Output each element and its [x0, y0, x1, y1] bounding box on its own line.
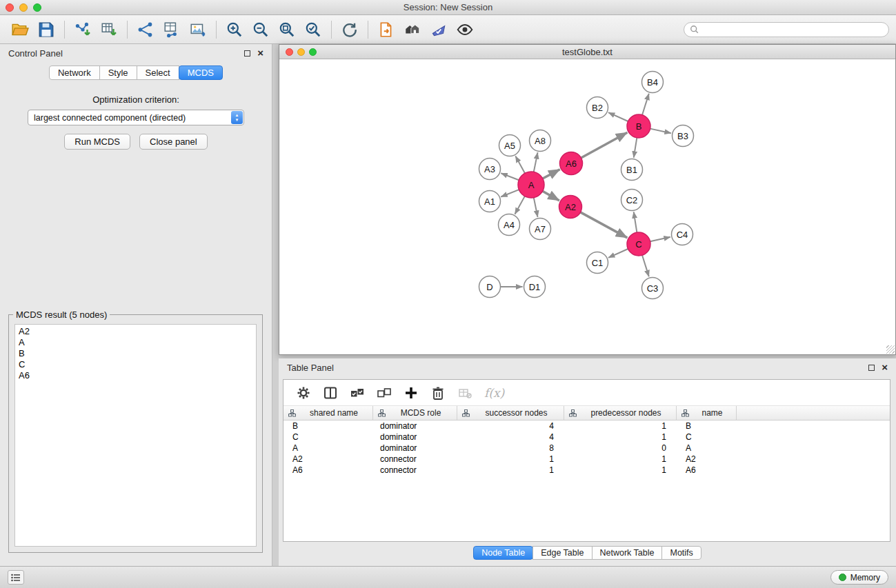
column-header-name[interactable]: name [677, 406, 737, 420]
mcds-result-item[interactable]: C [15, 359, 256, 370]
apply-style-button[interactable] [426, 18, 452, 41]
open-document-button[interactable] [373, 18, 399, 41]
cell-predecessor-nodes[interactable]: 0 [564, 443, 677, 454]
column-header-successor-nodes[interactable]: successor nodes [457, 406, 564, 420]
cell-predecessor-nodes[interactable]: 1 [564, 454, 677, 465]
refresh-view-button[interactable] [337, 18, 363, 41]
cell-successor-nodes[interactable]: 4 [457, 432, 564, 443]
cell-name[interactable]: A6 [677, 465, 737, 476]
network-canvas[interactable]: AA1A2A3A4A5A6A7A8BB1B2B3B4CC1C2C3C4DD1 [279, 59, 895, 354]
deselect-all-icon[interactable] [377, 385, 392, 401]
window-resize-grip[interactable] [886, 345, 895, 354]
cell-mcds-role[interactable]: dominator [373, 443, 457, 454]
cell-shared-name[interactable]: A2 [283, 454, 373, 465]
tab-node-table[interactable]: Node Table [473, 546, 533, 560]
open-session-button[interactable] [7, 18, 33, 41]
table-row[interactable]: A dominator 8 0 A [283, 443, 890, 454]
graph-edge-A-A6[interactable] [543, 170, 560, 179]
cell-successor-nodes[interactable]: 1 [457, 465, 564, 476]
network-from-table-button[interactable] [159, 18, 185, 41]
mcds-result-item[interactable]: A6 [15, 370, 256, 381]
optimization-criterion-select[interactable]: largest connected component (directed) ▲… [28, 110, 244, 125]
cell-successor-nodes[interactable]: 8 [457, 443, 564, 454]
column-header-shared-name[interactable]: shared name [283, 406, 373, 420]
first-neighbors-button[interactable] [399, 18, 426, 41]
import-network-button[interactable] [70, 18, 96, 41]
delete-trash-icon[interactable] [430, 385, 446, 401]
cell-successor-nodes[interactable]: 1 [457, 454, 564, 465]
zoom-out-button[interactable] [248, 18, 274, 41]
cell-shared-name[interactable]: B [283, 420, 373, 432]
float-table-panel-icon[interactable] [868, 365, 875, 371]
select-all-icon[interactable] [350, 385, 365, 401]
import-table-button[interactable] [96, 18, 122, 41]
table-settings-gear-icon[interactable] [296, 385, 311, 401]
cell-mcds-role[interactable]: connector [373, 465, 457, 476]
graph-edge-B-B4[interactable] [642, 94, 649, 115]
cell-predecessor-nodes[interactable]: 1 [564, 465, 677, 476]
table-row[interactable]: C dominator 4 1 C [283, 432, 890, 443]
clone-network-button[interactable] [132, 18, 159, 41]
table-row[interactable]: A2 connector 1 1 A2 [283, 454, 890, 465]
tab-edge-table[interactable]: Edge Table [532, 546, 592, 560]
graph-edge-A6-B[interactable] [581, 132, 627, 158]
mcds-result-item[interactable]: A2 [15, 326, 256, 337]
zoom-selected-button[interactable] [300, 18, 326, 41]
table-row[interactable]: B dominator 4 1 B [283, 420, 890, 432]
graph-edge-B-B3[interactable] [650, 129, 671, 134]
network-window-titlebar[interactable]: testGlobe.txt [279, 45, 895, 59]
show-panel-list-button[interactable] [8, 570, 24, 585]
export-image-button[interactable] [185, 18, 211, 41]
cell-predecessor-nodes[interactable]: 1 [564, 420, 677, 432]
close-table-panel-icon[interactable]: × [882, 364, 888, 371]
graph-edge-B-B1[interactable] [634, 138, 637, 158]
cell-mcds-role[interactable]: dominator [373, 420, 457, 432]
graph-edge-C-C2[interactable] [634, 212, 637, 232]
tab-network-table[interactable]: Network Table [592, 546, 663, 560]
cell-mcds-role[interactable]: dominator [373, 432, 457, 443]
show-columns-icon[interactable] [323, 385, 338, 401]
float-panel-icon[interactable] [244, 50, 250, 57]
cell-shared-name[interactable]: A6 [283, 465, 373, 476]
graph-edge-A-A5[interactable] [515, 156, 525, 173]
cell-mcds-role[interactable]: connector [373, 454, 457, 465]
column-header-mcds-role[interactable]: MCDS role [373, 406, 457, 420]
graph-edge-A2-C[interactable] [580, 212, 627, 238]
cell-name[interactable]: A2 [677, 454, 737, 465]
graph-edge-C-C4[interactable] [650, 237, 670, 242]
graph-edge-C-C3[interactable] [642, 255, 649, 276]
close-panel-icon[interactable]: × [257, 50, 263, 57]
tab-select[interactable]: Select [137, 65, 179, 80]
cell-shared-name[interactable]: C [283, 432, 373, 443]
tab-network[interactable]: Network [49, 65, 100, 80]
cell-name[interactable]: B [677, 420, 737, 432]
mcds-result-item[interactable]: A [15, 337, 256, 348]
cell-name[interactable]: A [677, 443, 737, 454]
column-header-predecessor-nodes[interactable]: predecessor nodes [564, 406, 677, 420]
graph-edge-A-A7[interactable] [534, 198, 538, 217]
zoom-fit-button[interactable] [274, 18, 300, 41]
mcds-result-item[interactable]: B [15, 348, 256, 359]
cell-shared-name[interactable]: A [283, 443, 373, 454]
graph-edge-A-A4[interactable] [515, 196, 524, 214]
graph-edge-C-C1[interactable] [608, 249, 628, 258]
graph-edge-A-A2[interactable] [543, 191, 559, 201]
table-row[interactable]: A6 connector 1 1 A6 [283, 465, 890, 476]
add-column-plus-icon[interactable] [404, 385, 419, 401]
close-panel-button[interactable]: Close panel [139, 134, 208, 150]
run-mcds-button[interactable]: Run MCDS [64, 134, 130, 150]
save-session-button[interactable] [33, 18, 59, 41]
tab-style[interactable]: Style [99, 65, 137, 80]
graph-edge-B-B2[interactable] [608, 112, 628, 121]
search-input[interactable] [703, 25, 883, 34]
tab-mcds[interactable]: MCDS [179, 65, 223, 80]
search-field[interactable] [684, 22, 889, 37]
show-hide-button[interactable] [452, 18, 478, 41]
graph-edge-A-A3[interactable] [501, 173, 519, 180]
tab-motifs[interactable]: Motifs [661, 546, 701, 560]
graph-edge-A-A8[interactable] [534, 152, 538, 172]
cell-name[interactable]: C [677, 432, 737, 443]
mcds-result-list[interactable]: A2 A B C A6 [14, 324, 257, 547]
cell-successor-nodes[interactable]: 4 [457, 420, 564, 432]
network-graph[interactable]: AA1A2A3A4A5A6A7A8BB1B2B3B4CC1C2C3C4DD1 [279, 59, 895, 354]
